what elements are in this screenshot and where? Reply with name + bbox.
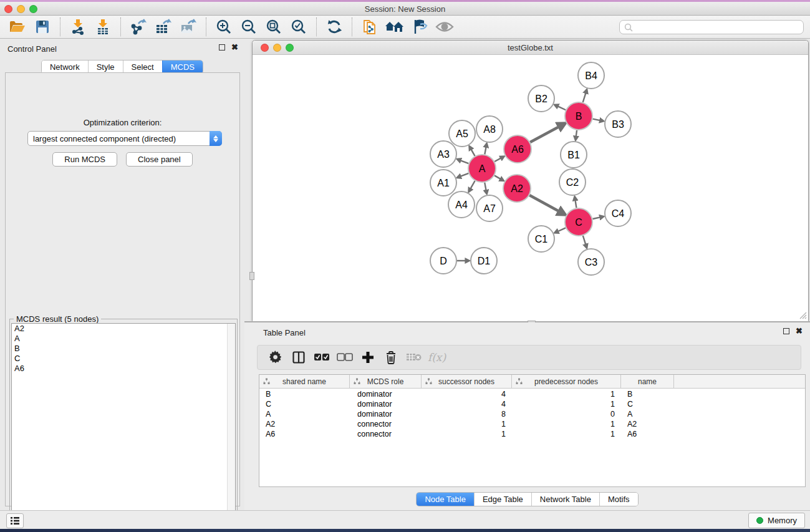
table-row[interactable]: Adominator80A — [259, 409, 805, 419]
close-panel-icon[interactable]: ✖ — [231, 44, 238, 51]
open-file-icon[interactable] — [5, 17, 30, 37]
table-cell[interactable]: C — [621, 399, 674, 409]
import-table-icon[interactable] — [90, 17, 115, 37]
graph-edge[interactable] — [470, 181, 475, 190]
graph-edge[interactable] — [529, 195, 560, 212]
mcds-result-item[interactable]: A6 — [12, 364, 235, 374]
table-header-row[interactable]: shared nameMCDS rolesuccessor nodesprede… — [259, 375, 805, 389]
table-cell[interactable]: 1 — [422, 429, 512, 439]
close-panel-button[interactable]: Close panel — [126, 152, 193, 167]
graph-edge[interactable] — [557, 106, 566, 110]
clone-network-icon[interactable] — [357, 17, 382, 37]
import-network-icon[interactable] — [65, 17, 90, 37]
add-column-icon[interactable] — [356, 347, 379, 367]
table-cell[interactable]: 0 — [512, 409, 621, 419]
table-row[interactable]: A2connector11A2 — [259, 419, 805, 429]
tab-select[interactable]: Select — [123, 60, 162, 74]
table-cell[interactable]: dominator — [350, 399, 422, 409]
graph-node-B3[interactable]: B3 — [605, 111, 631, 137]
table-cell[interactable]: C — [259, 399, 350, 409]
tab-edge-table[interactable]: Edge Table — [474, 493, 531, 506]
network-canvas[interactable]: B4B2BB3A5A8A6B1A3AC2A1A2A4A7C4CC1DD1C3 — [253, 56, 808, 321]
show-columns-icon[interactable] — [287, 347, 310, 367]
graph-node-B[interactable]: B — [565, 102, 592, 130]
table-column-header[interactable]: predecessor nodes — [512, 375, 621, 389]
table-cell[interactable]: dominator — [350, 409, 422, 419]
graph-node-C4[interactable]: C4 — [605, 200, 631, 226]
table-cell[interactable]: B — [259, 389, 350, 399]
deselect-all-icon[interactable] — [333, 347, 356, 367]
graph-node-B4[interactable]: B4 — [578, 62, 604, 89]
memory-button[interactable]: Memory — [748, 513, 805, 528]
node-table[interactable]: shared nameMCDS rolesuccessor nodesprede… — [259, 374, 806, 487]
graph-edge[interactable] — [460, 173, 468, 177]
table-column-header[interactable]: MCDS role — [350, 375, 422, 389]
run-mcds-button[interactable]: Run MCDS — [52, 152, 117, 167]
export-image-icon[interactable] — [176, 17, 201, 37]
tab-style[interactable]: Style — [88, 60, 123, 74]
table-cell[interactable]: 1 — [512, 429, 621, 439]
graph-node-D[interactable]: D — [430, 248, 456, 274]
table-cell[interactable]: A6 — [621, 429, 674, 439]
tab-network[interactable]: Network — [42, 60, 88, 74]
mcds-result-list[interactable]: A2ABCA6 — [11, 323, 236, 529]
table-cell[interactable]: 1 — [512, 419, 621, 429]
graph-node-A[interactable]: A — [468, 155, 496, 182]
save-session-icon[interactable] — [30, 17, 55, 37]
graph-edge[interactable] — [460, 160, 468, 163]
splitpane-handle[interactable] — [249, 272, 254, 280]
export-table-icon[interactable] — [151, 17, 176, 37]
table-row[interactable]: Cdominator41C — [259, 399, 805, 409]
graph-node-A3[interactable]: A3 — [430, 141, 456, 167]
graph-edge[interactable] — [494, 175, 501, 179]
graph-node-A5[interactable]: A5 — [449, 120, 475, 147]
table-cell[interactable]: A6 — [259, 429, 350, 439]
table-row[interactable]: A6connector11A6 — [259, 429, 805, 439]
graph-edge[interactable] — [494, 158, 501, 162]
graph-node-A8[interactable]: A8 — [476, 116, 503, 142]
function-builder-icon[interactable]: f(x) — [425, 347, 448, 367]
graph-edge[interactable] — [471, 148, 475, 156]
graph-edge[interactable] — [557, 228, 566, 231]
result-scrollbar[interactable] — [227, 324, 235, 528]
zoom-selected-icon[interactable] — [286, 17, 311, 37]
table-cell[interactable]: A2 — [259, 419, 350, 429]
table-cell[interactable]: 1 — [512, 389, 621, 399]
tab-node-table[interactable]: Node Table — [417, 493, 474, 506]
graph-edge[interactable] — [592, 217, 600, 219]
graph-node-C3[interactable]: C3 — [578, 249, 604, 275]
graph-node-B2[interactable]: B2 — [528, 85, 554, 112]
network-view-window[interactable]: testGlobe.txt B4B2BB3A5A8A6B1A3AC2A1A2A4… — [252, 40, 809, 321]
graph-node-C1[interactable]: C1 — [528, 226, 554, 252]
graph-node-D1[interactable]: D1 — [471, 248, 497, 274]
zoom-in-icon[interactable] — [211, 17, 236, 37]
float-table-panel-icon[interactable] — [783, 328, 789, 334]
task-history-button[interactable] — [6, 513, 24, 528]
mcds-result-item[interactable]: A2 — [12, 324, 235, 334]
graph-node-A2[interactable]: A2 — [503, 175, 531, 202]
table-cell[interactable]: B — [621, 389, 674, 399]
table-cell[interactable]: connector — [350, 419, 422, 429]
refresh-icon[interactable] — [322, 17, 347, 37]
main-titlebar[interactable]: Session: New Session — [0, 2, 810, 16]
table-column-header[interactable]: shared name — [259, 375, 350, 389]
delete-column-icon[interactable] — [379, 347, 402, 367]
show-hide-icon[interactable] — [432, 17, 457, 37]
export-network-icon[interactable] — [126, 17, 151, 37]
graph-edge[interactable] — [530, 126, 560, 142]
table-cell[interactable]: 8 — [422, 409, 512, 419]
table-cell[interactable]: A — [259, 409, 350, 419]
graph-node-A1[interactable]: A1 — [430, 170, 456, 196]
optimization-criterion-select[interactable]: largest connected component (directed) — [27, 131, 222, 146]
table-cell[interactable]: 4 — [422, 399, 512, 409]
home-icon[interactable] — [382, 17, 407, 37]
delete-table-icon[interactable] — [402, 347, 425, 367]
graph-edge[interactable] — [583, 236, 586, 245]
graph-node-C2[interactable]: C2 — [559, 169, 586, 195]
graph-edge[interactable] — [583, 92, 586, 102]
table-row[interactable]: Bdominator41B — [259, 389, 805, 399]
tab-mcds[interactable]: MCDS — [162, 60, 203, 74]
graph-edge[interactable] — [485, 183, 486, 191]
graph-node-B1[interactable]: B1 — [561, 142, 587, 168]
table-cell[interactable]: A2 — [621, 419, 674, 429]
